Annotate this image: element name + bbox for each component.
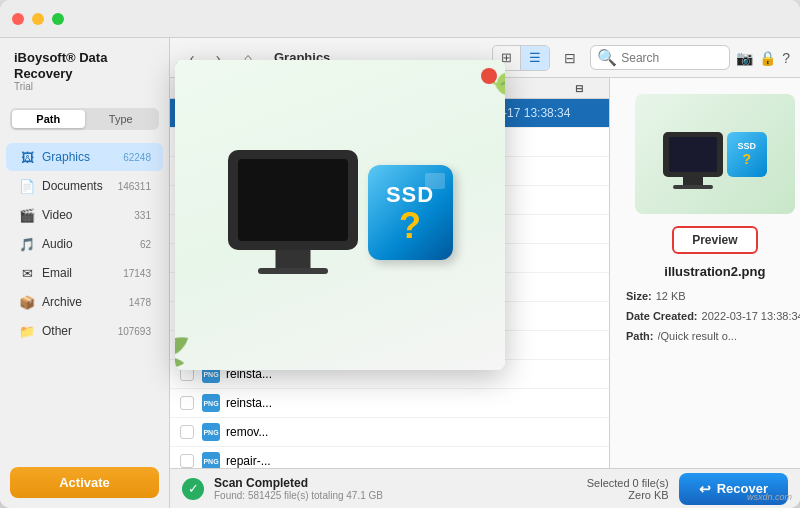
sidebar-item-label: Other	[42, 324, 118, 338]
video-icon: 🎬	[18, 206, 36, 224]
close-button[interactable]	[12, 13, 24, 25]
sidebar-item-count: 107693	[118, 326, 151, 337]
sidebar-items: 🖼 Graphics 62248 📄 Documents 146311 🎬 Vi…	[0, 138, 169, 457]
sidebar-item-audio[interactable]: 🎵 Audio 62	[6, 230, 163, 258]
leaf-decoration-bottomleft: 🌿	[175, 327, 192, 370]
sidebar-item-count: 331	[134, 210, 151, 221]
size-value: 12 KB	[656, 287, 686, 307]
selected-size: Zero KB	[587, 489, 669, 501]
type-toggle[interactable]: Type	[85, 110, 158, 128]
sidebar-item-graphics[interactable]: 🖼 Graphics 62248	[6, 143, 163, 171]
path-toggle[interactable]: Path	[12, 110, 85, 128]
illustration-background: 🌿 🍃 🌿 SSD ?	[175, 60, 505, 370]
ssd-icon: SSD ?	[727, 132, 767, 177]
sidebar-item-count: 17143	[123, 268, 151, 279]
sidebar-item-label: Video	[42, 208, 134, 222]
list-view-button[interactable]: ☰	[521, 46, 549, 70]
sidebar-footer: Activate	[0, 457, 169, 508]
size-label: Size:	[626, 287, 652, 307]
sidebar-item-other[interactable]: 📁 Other 107693	[6, 317, 163, 345]
minimize-button[interactable]	[32, 13, 44, 25]
other-icon: 📁	[18, 322, 36, 340]
scan-complete-icon: ✓	[182, 478, 204, 500]
titlebar	[0, 0, 800, 38]
sidebar-item-label: Audio	[42, 237, 140, 251]
sidebar-item-label: Archive	[42, 295, 129, 309]
sidebar-header: iBoysoft® Data Recovery Trial	[0, 38, 169, 100]
documents-icon: 📄	[18, 177, 36, 195]
status-bar: ✓ Scan Completed Found: 581425 file(s) t…	[170, 468, 800, 508]
help-button[interactable]: ?	[782, 50, 790, 66]
search-icon: 🔍	[597, 48, 617, 67]
camera-button[interactable]: 📷	[736, 50, 753, 66]
large-mac-scene: SSD ?	[228, 150, 453, 280]
sidebar-item-count: 1478	[129, 297, 151, 308]
file-type-icon: PNG	[202, 423, 220, 441]
mini-mac-illustration: SSD ?	[663, 132, 767, 177]
archive-icon: 📦	[18, 293, 36, 311]
activate-button[interactable]: Activate	[10, 467, 159, 498]
app-title: iBoysoft® Data Recovery	[14, 50, 155, 81]
table-row[interactable]: PNG repair-...	[170, 447, 609, 468]
sidebar-item-count: 62	[140, 239, 151, 250]
scan-title: Scan Completed	[214, 476, 383, 490]
sidebar-item-label: Graphics	[42, 150, 123, 164]
selected-files: Selected 0 file(s)	[587, 477, 669, 489]
preview-filename: illustration2.png	[664, 264, 765, 279]
sort-icon: ⊟	[575, 83, 583, 94]
path-type-toggle: Path Type	[10, 108, 159, 130]
sidebar-item-label: Documents	[42, 179, 118, 193]
file-type-icon: PNG	[202, 452, 220, 468]
email-icon: ✉	[18, 264, 36, 282]
app-subtitle: Trial	[14, 81, 155, 92]
sidebar-item-count: 146311	[118, 181, 151, 192]
preview-thumb-inner: SSD ?	[635, 94, 795, 214]
filter-button[interactable]: ⊟	[556, 44, 584, 72]
file-type-icon: PNG	[202, 394, 220, 412]
graphics-icon: 🖼	[18, 148, 36, 166]
sidebar-item-count: 62248	[123, 152, 151, 163]
large-mac-body	[228, 150, 358, 250]
table-row[interactable]: PNG reinsta...	[170, 389, 609, 418]
preview-button[interactable]: Preview	[672, 226, 757, 254]
large-ssd-icon: SSD ?	[368, 165, 453, 260]
table-row[interactable]: PNG remov...	[170, 418, 609, 447]
file-checkbox[interactable]	[180, 454, 194, 468]
maximize-button[interactable]	[52, 13, 64, 25]
date-label: Date Created:	[626, 307, 698, 327]
scan-status: Scan Completed Found: 581425 file(s) tot…	[214, 476, 383, 501]
scan-detail: Found: 581425 file(s) totaling 47.1 GB	[214, 490, 383, 501]
path-label: Path:	[626, 327, 654, 347]
large-mac-screen	[238, 159, 348, 241]
app-window: iBoysoft® Data Recovery Trial Path Type …	[0, 0, 800, 508]
watermark: wsxdn.com	[747, 492, 792, 502]
file-name: remov...	[226, 425, 379, 439]
file-name: repair-...	[226, 454, 379, 468]
preview-thumbnail: SSD ?	[635, 94, 795, 214]
audio-icon: 🎵	[18, 235, 36, 253]
selected-info: Selected 0 file(s) Zero KB	[587, 477, 669, 501]
file-name: reinsta...	[226, 396, 379, 410]
info-button[interactable]: 🔒	[759, 50, 776, 66]
overlay-preview: 🌿 🍃 🌿 SSD ?	[175, 60, 505, 370]
sidebar-item-email[interactable]: ✉ Email 17143	[6, 259, 163, 287]
path-value: /Quick result o...	[658, 327, 737, 347]
search-box: 🔍	[590, 45, 730, 70]
sidebar-item-documents[interactable]: 📄 Documents 146311	[6, 172, 163, 200]
leaf-decoration-topleft: 🌿	[175, 60, 187, 100]
recover-icon: ↩	[699, 481, 711, 497]
preview-panel: SSD ? Preview illustration2.png Size: 12…	[610, 78, 800, 468]
file-checkbox[interactable]	[180, 425, 194, 439]
overlay-close-button[interactable]	[481, 68, 497, 84]
sidebar-item-archive[interactable]: 📦 Archive 1478	[6, 288, 163, 316]
preview-meta: Size: 12 KB Date Created: 2022-03-17 13:…	[626, 287, 800, 346]
sidebar-item-label: Email	[42, 266, 123, 280]
date-value: 2022-03-17 13:38:34	[702, 307, 800, 327]
sidebar: iBoysoft® Data Recovery Trial Path Type …	[0, 38, 170, 508]
file-checkbox[interactable]	[180, 396, 194, 410]
sidebar-item-video[interactable]: 🎬 Video 331	[6, 201, 163, 229]
